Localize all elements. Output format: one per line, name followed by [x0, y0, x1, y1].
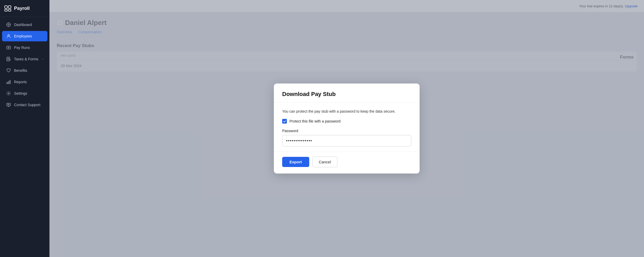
- sidebar-item-benefits[interactable]: Benefits: [2, 65, 47, 76]
- modal-footer: Export Cancel: [274, 152, 420, 174]
- sidebar: Payroll Dashboard Employees: [0, 0, 49, 257]
- employees-icon: [6, 34, 11, 38]
- modal-description: You can protect the pay stub with a pass…: [282, 109, 411, 114]
- main-content: Your trial expires in 12 day(s). Upgrade…: [49, 0, 644, 257]
- sidebar-item-contact-support[interactable]: Contact Support: [2, 100, 47, 110]
- sidebar-item-settings-label: Settings: [14, 91, 27, 95]
- taxes-arrow-icon: ›: [42, 57, 43, 61]
- sidebar-item-taxes-forms[interactable]: Taxes & Forms ›: [2, 54, 47, 64]
- sidebar-item-taxes-forms-label: Taxes & Forms: [14, 57, 38, 61]
- pay-runs-icon: [6, 45, 11, 50]
- sidebar-item-employees-label: Employees: [14, 34, 32, 38]
- svg-point-5: [8, 24, 9, 25]
- modal-title: Download Pay Stub: [282, 91, 411, 98]
- sidebar-item-reports-label: Reports: [14, 80, 27, 84]
- svg-rect-15: [10, 80, 10, 84]
- modal-header: Download Pay Stub: [274, 83, 420, 102]
- app-logo: Payroll: [0, 0, 49, 17]
- sidebar-item-contact-support-label: Contact Support: [14, 103, 40, 107]
- taxes-icon: [6, 57, 11, 61]
- support-icon: [6, 102, 11, 107]
- svg-rect-2: [5, 9, 7, 11]
- sidebar-item-employees[interactable]: Employees: [2, 31, 47, 41]
- sidebar-item-dashboard[interactable]: Dashboard: [2, 20, 47, 30]
- svg-rect-13: [7, 82, 8, 84]
- svg-point-10: [8, 35, 9, 36]
- svg-point-16: [8, 93, 9, 94]
- settings-icon: [6, 91, 11, 96]
- password-label: Password: [282, 129, 411, 133]
- modal-body: You can protect the pay stub with a pass…: [274, 102, 420, 152]
- sidebar-item-reports[interactable]: Reports: [2, 77, 47, 87]
- svg-rect-3: [8, 9, 11, 11]
- modal-download-pay-stub: Download Pay Stub You can protect the pa…: [274, 83, 420, 174]
- sidebar-item-dashboard-label: Dashboard: [14, 23, 32, 27]
- sidebar-item-benefits-label: Benefits: [14, 68, 27, 73]
- dashboard-icon: [6, 22, 11, 27]
- sidebar-item-pay-runs-label: Pay Runs: [14, 46, 30, 50]
- svg-rect-14: [8, 81, 9, 84]
- cancel-button[interactable]: Cancel: [312, 157, 338, 167]
- svg-rect-0: [5, 6, 7, 8]
- protect-file-checkbox[interactable]: [282, 119, 287, 124]
- app-title: Payroll: [14, 6, 30, 11]
- export-button[interactable]: Export: [282, 157, 309, 167]
- svg-rect-1: [8, 6, 11, 8]
- modal-overlay: Download Pay Stub You can protect the pa…: [49, 0, 644, 257]
- reports-icon: [6, 80, 11, 84]
- logo-icon: [4, 5, 11, 12]
- checkbox-label: Protect this file with a password: [289, 119, 340, 123]
- sidebar-item-pay-runs[interactable]: Pay Runs: [2, 42, 47, 53]
- benefits-icon: [6, 68, 11, 73]
- sidebar-nav: Dashboard Employees Pay Runs: [0, 17, 49, 257]
- sidebar-item-settings[interactable]: Settings: [2, 88, 47, 99]
- checkmark-icon: [283, 120, 286, 123]
- protect-file-checkbox-row: Protect this file with a password: [282, 119, 411, 124]
- password-input[interactable]: [282, 135, 411, 146]
